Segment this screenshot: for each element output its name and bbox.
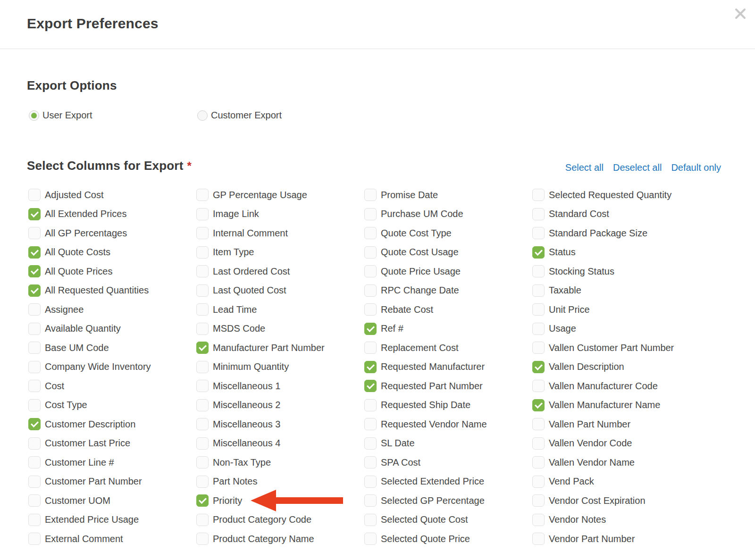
- checkbox-miscellaneous-4[interactable]: [196, 437, 209, 450]
- option-label[interactable]: Vallen Description: [549, 361, 624, 372]
- column-option-vendor-cost-expiration[interactable]: Vendor Cost Expiration: [532, 491, 700, 510]
- column-option-quote-cost-usage[interactable]: Quote Cost Usage: [364, 243, 532, 262]
- option-label[interactable]: Vallen Vendor Name: [549, 457, 635, 468]
- checkbox-customer-line[interactable]: [28, 456, 41, 468]
- option-label[interactable]: Replacement Cost: [381, 343, 459, 353]
- checkbox-gp-percentage-usage[interactable]: [196, 189, 209, 201]
- column-option-priority[interactable]: Priority: [196, 491, 364, 510]
- checkbox-customer-description[interactable]: [28, 418, 41, 430]
- option-label[interactable]: Vend Pack: [549, 476, 594, 487]
- column-option-requested-manufacturer[interactable]: Requested Manufacturer: [364, 358, 532, 377]
- option-label[interactable]: Quote Price Usage: [381, 266, 461, 277]
- user-export-radio[interactable]: User Export: [29, 110, 197, 121]
- column-option-purchase-um-code[interactable]: Purchase UM Code: [364, 205, 532, 224]
- column-option-requested-vendor-name[interactable]: Requested Vendor Name: [364, 415, 532, 434]
- option-label[interactable]: All Requested Quantities: [45, 285, 149, 296]
- checkbox-assignee[interactable]: [28, 303, 41, 316]
- checkbox-customer-part-number[interactable]: [28, 476, 41, 488]
- column-option-vendor-notes[interactable]: Vendor Notes: [532, 510, 700, 530]
- checkbox-cost-type[interactable]: [28, 399, 41, 411]
- checkbox-priority[interactable]: [196, 494, 209, 507]
- column-option-available-quantity[interactable]: Available Quantity: [28, 319, 196, 339]
- option-label[interactable]: Lead Time: [213, 304, 257, 315]
- checkbox-all-quote-prices[interactable]: [28, 265, 41, 277]
- option-label[interactable]: Vallen Vendor Code: [549, 438, 632, 449]
- checkbox-standard-cost[interactable]: [532, 208, 545, 220]
- column-option-vallen-manufacturer-name[interactable]: Vallen Manufacturer Name: [532, 396, 700, 415]
- checkbox-vallen-vendor-code[interactable]: [532, 437, 545, 450]
- column-option-unit-price[interactable]: Unit Price: [532, 300, 700, 319]
- option-label[interactable]: Extended Price Usage: [45, 514, 139, 525]
- column-option-msds-code[interactable]: MSDS Code: [196, 319, 364, 339]
- column-option-assignee[interactable]: Assignee: [28, 300, 196, 319]
- column-option-vallen-part-number[interactable]: Vallen Part Number: [532, 415, 700, 434]
- option-label[interactable]: Usage: [549, 323, 576, 334]
- default-only-link[interactable]: Default only: [671, 162, 721, 173]
- checkbox-cost[interactable]: [28, 380, 41, 392]
- option-label[interactable]: GP Percentage Usage: [213, 190, 307, 201]
- column-option-selected-quote-cost[interactable]: Selected Quote Cost: [364, 510, 532, 530]
- column-option-requested-part-number[interactable]: Requested Part Number: [364, 376, 532, 396]
- option-label[interactable]: Quote Cost Usage: [381, 247, 459, 258]
- checkbox-miscellaneous-3[interactable]: [196, 418, 209, 430]
- column-option-product-category-name[interactable]: Product Category Name: [196, 529, 364, 549]
- checkbox-sl-date[interactable]: [364, 437, 377, 450]
- checkbox-manufacturer-part-number[interactable]: [196, 342, 209, 354]
- column-option-last-quoted-cost[interactable]: Last Quoted Cost: [196, 281, 364, 301]
- checkbox-vendor-notes[interactable]: [532, 514, 545, 526]
- column-option-miscellaneous-1[interactable]: Miscellaneous 1: [196, 376, 364, 396]
- checkbox-miscellaneous-1[interactable]: [196, 380, 209, 392]
- radio-label[interactable]: Customer Export: [211, 110, 282, 121]
- checkbox-last-ordered-cost[interactable]: [196, 265, 209, 277]
- option-label[interactable]: Available Quantity: [45, 323, 121, 334]
- checkbox-vallen-vendor-name[interactable]: [532, 456, 545, 468]
- option-label[interactable]: Standard Cost: [549, 209, 609, 219]
- checkbox-quote-cost-usage[interactable]: [364, 246, 377, 259]
- column-option-miscellaneous-2[interactable]: Miscellaneous 2: [196, 396, 364, 415]
- checkbox-standard-package-size[interactable]: [532, 227, 545, 239]
- checkbox-item-type[interactable]: [196, 246, 209, 259]
- column-option-image-link[interactable]: Image Link: [196, 205, 364, 224]
- column-option-adjusted-cost[interactable]: Adjusted Cost: [28, 185, 196, 205]
- option-label[interactable]: Part Notes: [213, 476, 257, 487]
- option-label[interactable]: Customer Line #: [45, 457, 114, 468]
- column-option-company-wide-inventory[interactable]: Company Wide Inventory: [28, 358, 196, 377]
- column-option-customer-line[interactable]: Customer Line #: [28, 453, 196, 472]
- option-label[interactable]: Vallen Part Number: [549, 419, 630, 430]
- option-label[interactable]: Miscellaneous 1: [213, 381, 280, 392]
- column-option-rpc-change-date[interactable]: RPC Change Date: [364, 281, 532, 301]
- option-label[interactable]: Assignee: [45, 304, 84, 315]
- option-label[interactable]: Standard Package Size: [549, 228, 647, 239]
- option-label[interactable]: Vallen Manufacturer Name: [549, 400, 660, 410]
- column-option-customer-description[interactable]: Customer Description: [28, 415, 196, 434]
- checkbox-last-quoted-cost[interactable]: [196, 284, 209, 297]
- column-option-requested-ship-date[interactable]: Requested Ship Date: [364, 396, 532, 415]
- checkbox-ref[interactable]: [364, 323, 377, 335]
- checkbox-requested-vendor-name[interactable]: [364, 418, 377, 430]
- checkbox-taxable[interactable]: [532, 284, 545, 297]
- option-label[interactable]: Status: [549, 247, 576, 258]
- checkbox-rebate-cost[interactable]: [364, 303, 377, 316]
- column-option-status[interactable]: Status: [532, 243, 700, 262]
- option-label[interactable]: Selected Requested Quantity: [549, 190, 671, 201]
- option-label[interactable]: Miscellaneous 4: [213, 438, 280, 449]
- column-option-vallen-vendor-code[interactable]: Vallen Vendor Code: [532, 434, 700, 453]
- checkbox-customer-last-price[interactable]: [28, 437, 41, 450]
- checkbox-lead-time[interactable]: [196, 303, 209, 316]
- column-option-usage[interactable]: Usage: [532, 319, 700, 339]
- checkbox-all-requested-quantities[interactable]: [28, 284, 41, 297]
- option-label[interactable]: Last Ordered Cost: [213, 266, 290, 277]
- deselect-all-link[interactable]: Deselect all: [613, 162, 662, 173]
- option-label[interactable]: Taxable: [549, 285, 581, 296]
- option-label[interactable]: Miscellaneous 3: [213, 419, 280, 430]
- checkbox-selected-gp-percentage[interactable]: [364, 494, 377, 507]
- option-label[interactable]: Priority: [213, 495, 242, 506]
- checkbox-rpc-change-date[interactable]: [364, 284, 377, 297]
- option-label[interactable]: Customer Last Price: [45, 438, 130, 449]
- column-option-all-quote-prices[interactable]: All Quote Prices: [28, 262, 196, 281]
- option-label[interactable]: MSDS Code: [213, 323, 265, 334]
- column-option-vallen-customer-part-number[interactable]: Vallen Customer Part Number: [532, 338, 700, 358]
- checkbox-non-tax-type[interactable]: [196, 456, 209, 468]
- column-option-miscellaneous-4[interactable]: Miscellaneous 4: [196, 434, 364, 453]
- checkbox-requested-part-number[interactable]: [364, 380, 377, 392]
